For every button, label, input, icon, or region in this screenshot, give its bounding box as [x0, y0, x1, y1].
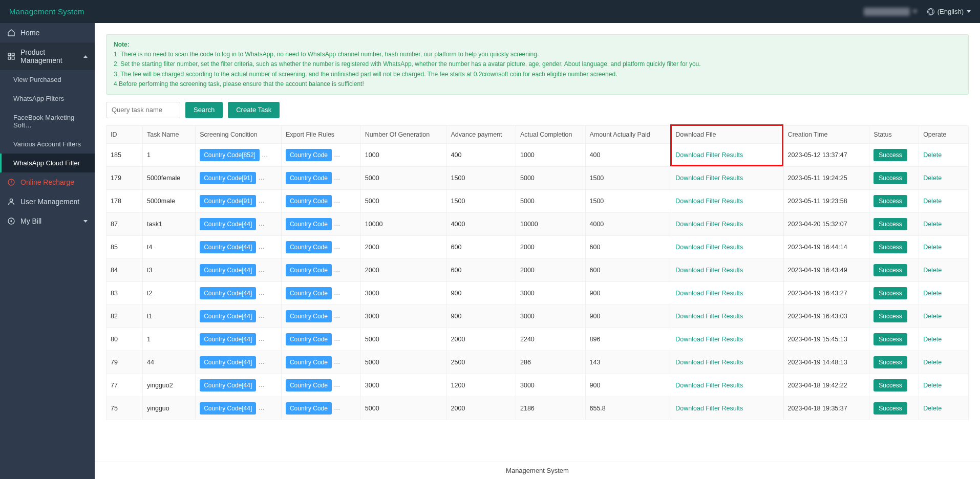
download-link[interactable]: Download Filter Results — [675, 290, 743, 297]
status-badge: Success — [874, 402, 907, 415]
sidebar-item-whatsapp-filters[interactable]: WhatsApp Filters — [0, 89, 95, 108]
export-tag[interactable]: Country Code — [286, 172, 332, 184]
download-link[interactable]: Download Filter Results — [675, 382, 743, 389]
export-tag[interactable]: Country Code — [286, 402, 332, 415]
export-tag[interactable]: Country Code — [286, 333, 332, 345]
create-task-button[interactable]: Create Task — [228, 102, 280, 118]
col-id: ID — [106, 125, 143, 143]
delete-link[interactable]: Delete — [923, 313, 942, 320]
export-tag[interactable]: Country Code — [286, 241, 332, 253]
sidebar-item-various-account-filters[interactable]: Various Account Filters — [0, 135, 95, 154]
condition-tag[interactable]: Country Code[44] — [200, 402, 256, 415]
condition-tag[interactable]: Country Code[44] — [200, 379, 256, 391]
status-badge: Success — [874, 379, 907, 391]
download-link[interactable]: Download Filter Results — [675, 313, 743, 320]
table-row: 83 t2 Country Code[44]… Country Code… 30… — [106, 281, 969, 304]
sidebar-item-whatsapp-cloud-filter[interactable]: WhatsApp Cloud Filter — [0, 154, 95, 172]
cell-task-name: 5000female — [142, 166, 195, 189]
note-line: 4.Before performing the screening task, … — [114, 79, 961, 89]
delete-link[interactable]: Delete — [923, 198, 942, 205]
download-link[interactable]: Download Filter Results — [675, 221, 743, 228]
export-tag[interactable]: Country Code — [286, 287, 332, 299]
delete-link[interactable]: Delete — [923, 221, 942, 228]
language-menu[interactable]: (English) — [927, 8, 971, 15]
cell-advance-payment: 1500 — [446, 189, 516, 212]
condition-tag[interactable]: Country Code[91] — [200, 172, 256, 184]
condition-tag[interactable]: Country Code[44] — [200, 356, 256, 368]
ellipsis: … — [334, 404, 340, 411]
export-tag[interactable]: Country Code — [286, 218, 332, 230]
export-tag[interactable]: Country Code — [286, 149, 332, 161]
condition-tag[interactable]: Country Code[44] — [200, 333, 256, 345]
ellipsis: … — [334, 289, 340, 296]
note-box: Note: 1. There is no need to scan the co… — [106, 34, 969, 95]
condition-tag[interactable]: Country Code[44] — [200, 287, 256, 299]
sidebar-item-my-bill[interactable]: My Bill — [0, 211, 95, 231]
condition-tag[interactable]: Country Code[44] — [200, 264, 256, 276]
sidebar-item-label: User Management — [20, 198, 79, 206]
col-screening-condition: Screening Condition — [196, 125, 282, 143]
delete-link[interactable]: Delete — [923, 359, 942, 366]
user-menu[interactable] — [864, 8, 917, 16]
delete-link[interactable]: Delete — [923, 290, 942, 297]
ellipsis: … — [334, 197, 340, 204]
status-badge: Success — [874, 356, 907, 368]
delete-link[interactable]: Delete — [923, 151, 942, 159]
cell-creation-time: 2023-04-19 16:43:27 — [783, 281, 869, 304]
condition-tag[interactable]: Country Code[44] — [200, 310, 256, 322]
ellipsis: … — [258, 289, 265, 296]
download-link[interactable]: Download Filter Results — [675, 175, 743, 182]
download-link[interactable]: Download Filter Results — [675, 336, 743, 343]
ellipsis: … — [334, 243, 340, 250]
cell-export-rules: Country Code… — [281, 351, 360, 374]
cell-screening-condition: Country Code[44]… — [196, 397, 282, 420]
cell-amount-paid: 1500 — [585, 166, 671, 189]
export-tag[interactable]: Country Code — [286, 264, 332, 276]
export-tag[interactable]: Country Code — [286, 379, 332, 391]
cell-num-generation: 3000 — [360, 374, 446, 397]
search-button[interactable]: Search — [185, 102, 223, 118]
task-table: ID Task Name Screening Condition Export … — [106, 125, 969, 420]
cell-operate: Delete — [919, 235, 969, 258]
cell-actual-completion: 1000 — [516, 143, 585, 166]
cell-status: Success — [869, 374, 919, 397]
sidebar-item-facebook-marketing[interactable]: FaceBook Marketing Soft… — [0, 108, 95, 135]
download-link[interactable]: Download Filter Results — [675, 151, 743, 159]
sidebar-item-view-purchased[interactable]: View Purchased — [0, 70, 95, 89]
sidebar-item-product-management[interactable]: Product Management — [0, 42, 95, 70]
sidebar-item-user-management[interactable]: User Management — [0, 192, 95, 211]
condition-tag[interactable]: Country Code[44] — [200, 218, 256, 230]
search-input[interactable] — [106, 102, 180, 118]
condition-tag[interactable]: Country Code[91] — [200, 195, 256, 207]
sidebar-item-online-recharge[interactable]: Online Recharge — [0, 172, 95, 192]
delete-link[interactable]: Delete — [923, 382, 942, 389]
warning-icon — [7, 178, 15, 186]
cell-creation-time: 2023-05-11 19:23:58 — [783, 189, 869, 212]
download-link[interactable]: Download Filter Results — [675, 267, 743, 274]
status-badge: Success — [874, 195, 907, 207]
table-row: 179 5000female Country Code[91]… Country… — [106, 166, 969, 189]
export-tag[interactable]: Country Code — [286, 356, 332, 368]
sidebar-item-home[interactable]: Home — [0, 23, 95, 42]
condition-tag[interactable]: Country Code[44] — [200, 241, 256, 253]
delete-link[interactable]: Delete — [923, 267, 942, 274]
delete-link[interactable]: Delete — [923, 405, 942, 412]
delete-link[interactable]: Delete — [923, 244, 942, 251]
download-link[interactable]: Download Filter Results — [675, 359, 743, 366]
condition-tag[interactable]: Country Code[852] — [200, 149, 260, 161]
ellipsis: … — [334, 335, 340, 342]
cell-screening-condition: Country Code[44]… — [196, 328, 282, 351]
export-tag[interactable]: Country Code — [286, 195, 332, 207]
download-link[interactable]: Download Filter Results — [675, 244, 743, 251]
delete-link[interactable]: Delete — [923, 336, 942, 343]
cell-id: 79 — [106, 351, 143, 374]
cell-advance-payment: 600 — [446, 235, 516, 258]
sidebar-item-label: Home — [20, 29, 39, 37]
cell-task-name: yingguo — [142, 397, 195, 420]
ellipsis: … — [258, 335, 265, 342]
download-link[interactable]: Download Filter Results — [675, 405, 743, 412]
chevron-down-icon — [83, 220, 88, 223]
delete-link[interactable]: Delete — [923, 175, 942, 182]
download-link[interactable]: Download Filter Results — [675, 198, 743, 205]
export-tag[interactable]: Country Code — [286, 310, 332, 322]
